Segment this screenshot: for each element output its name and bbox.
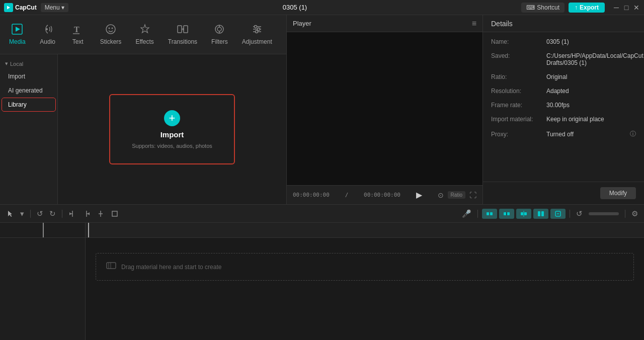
svg-rect-10 [184,26,188,33]
svg-marker-23 [69,212,71,215]
import-label: Import [160,130,184,139]
tab-transitions[interactable]: Transitions [161,20,204,49]
menu-button[interactable]: Menu ▾ [41,3,68,12]
detail-row-resolution: Resolution: Adapted [491,88,636,95]
import-sublabel: Supports: videos, audios, photos [132,143,212,149]
tab-filters-label: Filters [211,38,228,45]
select-dropdown-button[interactable]: ▾ [18,208,26,219]
detail-row-saved: Saved: C:/Users/HP/AppData/Local/CapCut … [491,52,636,66]
window-controls: ─ □ ✕ [613,4,640,11]
select-tool-button[interactable] [4,209,16,219]
track-btn-1[interactable] [482,209,497,219]
playhead-marker [43,223,44,237]
detail-label-import-material: Import material: [491,116,546,123]
volume-slider[interactable] [589,212,619,215]
detail-value-framerate: 30.00fps [546,102,636,109]
svg-point-18 [254,26,257,28]
tab-text-label: Text [72,38,84,45]
svg-point-8 [112,28,113,29]
shortcut-button[interactable]: ⌨ Shortcut [521,3,565,13]
proxy-info-icon[interactable]: ⓘ [630,130,636,138]
svg-point-20 [255,31,258,33]
app-name: CapCut [15,4,37,11]
tab-stickers[interactable]: Stickers [93,20,129,49]
detail-label-resolution: Resolution: [491,88,546,95]
undo-button[interactable]: ↺ [35,208,45,219]
timeline-toolbar: ▾ ↺ ↻ [0,205,644,223]
tab-stickers-label: Stickers [100,38,122,45]
import-zone[interactable]: + Import Supports: videos, audios, photo… [109,94,235,164]
close-button[interactable]: ✕ [633,4,640,11]
tab-text[interactable]: T Text [63,20,93,49]
detail-row-proxy: Proxy: Turned off ⓘ [491,130,636,138]
detail-value-name: 0305 (1) [546,38,636,45]
sidebar-item-ai-generated[interactable]: AI generated [2,84,55,97]
player-panel: Player ≡ 00:00:00:00 / 00:00:00:00 ▶ ⊙ R… [287,15,483,204]
crop-button[interactable] [109,209,121,219]
track-btn-2[interactable] [499,209,514,219]
svg-rect-35 [524,212,527,215]
svg-rect-30 [487,212,489,215]
trim-button[interactable] [95,209,107,219]
timeline-left-rail [0,223,86,340]
tab-adjustment[interactable]: Adjustment [235,20,279,49]
svg-rect-34 [521,212,523,215]
app-logo: CapCut [4,3,37,12]
tab-media[interactable]: Media [2,20,33,49]
tab-effects[interactable]: Effects [128,20,160,49]
timeline-drop-zone[interactable]: Drag material here and start to create [96,253,634,281]
split-left-button[interactable] [66,209,78,219]
stickers-icon [105,24,116,36]
svg-marker-2 [16,27,20,32]
play-button[interactable]: ▶ [416,190,422,200]
timeline-area: ▾ ↺ ↻ [0,204,644,340]
detail-label-name: Name: [491,38,546,45]
playhead-needle [88,223,89,237]
toolbar-separator-1 [30,210,31,218]
details-header: Details [483,15,644,32]
redo-button[interactable]: ↻ [47,208,58,219]
svg-text:T: T [74,25,79,34]
detail-label-proxy: Proxy: [491,131,546,138]
focus-button[interactable]: ⊙ [438,191,444,199]
detail-row-ratio: Ratio: Original [491,73,636,80]
tab-filters[interactable]: Filters [204,20,235,49]
svg-rect-38 [541,211,544,216]
svg-point-12 [217,27,221,31]
tab-audio[interactable]: Audio [33,20,63,49]
detail-row-framerate: Frame rate: 30.00fps [491,102,636,109]
detail-label-saved: Saved: [491,52,546,59]
ratio-button[interactable]: Ratio [448,191,465,199]
svg-point-6 [106,25,115,34]
microphone-button[interactable]: 🎤 [460,208,473,219]
track-btn-4[interactable] [533,209,548,219]
tab-audio-label: Audio [40,38,55,45]
detail-value-saved: C:/Users/HP/AppData/Local/CapCut Drafts/… [546,52,643,66]
toolbar-separator-5 [625,210,625,218]
detail-label-ratio: Ratio: [491,73,546,80]
sidebar-item-import[interactable]: Import [2,70,55,83]
svg-point-3 [46,28,48,30]
maximize-button[interactable]: □ [623,4,630,11]
modify-button[interactable]: Modify [600,187,636,199]
undo-alt-button[interactable]: ↺ [574,208,585,219]
export-button[interactable]: ↑ Export [569,3,605,13]
svg-rect-9 [178,26,182,33]
player-menu-icon[interactable]: ≡ [472,19,476,28]
fullscreen-button[interactable]: ⛶ [469,191,476,199]
title-bar: CapCut Menu ▾ 0305 (1) ⌨ Shortcut ↑ Expo… [0,0,644,15]
settings-button[interactable]: ⚙ [629,208,640,219]
svg-rect-37 [538,211,540,216]
track-btn-3[interactable] [516,209,531,219]
split-right-button[interactable] [80,209,93,219]
filters-icon [214,24,225,36]
sidebar-item-library[interactable]: Library [2,98,55,111]
minimize-button[interactable]: ─ [613,4,620,11]
player-canvas [287,32,482,185]
tab-adjustment-label: Adjustment [242,38,272,45]
audio-icon [42,24,53,36]
timecode-total: 00:00:00:00 [364,192,400,198]
svg-rect-41 [107,263,116,269]
timeline-tracks-rail [0,238,85,340]
track-btn-5[interactable] [550,209,566,219]
